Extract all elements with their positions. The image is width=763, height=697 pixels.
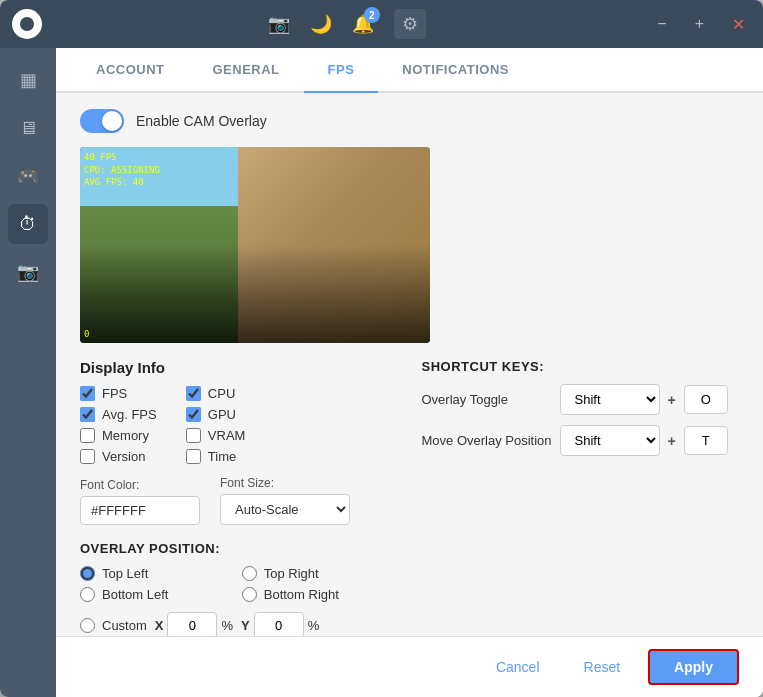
close-button[interactable]: ✕ — [726, 13, 751, 36]
sidebar-item-dashboard[interactable]: ▦ — [8, 60, 48, 100]
radio-top-left-input[interactable] — [80, 566, 95, 581]
enable-cam-overlay-toggle[interactable] — [80, 109, 124, 133]
app-window: 📷 🌙 🔔 2 ⚙ − + ✕ ▦ 🖥 🎮 ⏱ 📷 ACCOUNT — [0, 0, 763, 697]
app-logo — [12, 9, 42, 39]
checkbox-time-input[interactable] — [186, 449, 201, 464]
radio-top-right-input[interactable] — [242, 566, 257, 581]
checkbox-fps-label: FPS — [102, 386, 127, 401]
radio-custom-input[interactable] — [80, 618, 95, 633]
fps-panel: Enable CAM Overlay 40 FPSCPU: ASSIGNINGA… — [56, 93, 763, 636]
font-color-group: Font Color: — [80, 478, 200, 525]
game-preview-bottom-info: 0 — [84, 329, 89, 339]
y-coord-input[interactable] — [254, 612, 304, 636]
radio-bottom-right-input[interactable] — [242, 587, 257, 602]
move-overlay-modifier-select[interactable]: Shift Ctrl Alt — [560, 425, 660, 456]
checkbox-version-label: Version — [102, 449, 145, 464]
tab-general[interactable]: GENERAL — [189, 48, 304, 93]
x-coord-group: X % — [155, 612, 233, 636]
checkboxes-grid: FPS CPU Avg. FPS — [80, 386, 398, 464]
checkbox-cpu[interactable]: CPU — [186, 386, 292, 401]
checkbox-gpu-input[interactable] — [186, 407, 201, 422]
checkbox-version[interactable]: Version — [80, 449, 186, 464]
left-column: Display Info FPS CPU — [80, 359, 398, 636]
maximize-button[interactable]: + — [689, 13, 710, 35]
overlay-toggle-modifier-select[interactable]: Shift Ctrl Alt — [560, 384, 660, 415]
sidebar-item-display[interactable]: 🖥 — [8, 108, 48, 148]
checkbox-gpu-label: GPU — [208, 407, 236, 422]
tab-notifications[interactable]: NOTIFICATIONS — [378, 48, 533, 93]
reset-button[interactable]: Reset — [568, 651, 637, 683]
checkbox-fps-input[interactable] — [80, 386, 95, 401]
overlay-position-section: OVERLAY POSITION: Top Left Top Right — [80, 541, 398, 636]
minimize-button[interactable]: − — [651, 13, 672, 35]
y-coord-group: Y % — [241, 612, 319, 636]
main-content: ACCOUNT GENERAL FPS NOTIFICATIONS Enable… — [56, 48, 763, 697]
radio-bottom-left-input[interactable] — [80, 587, 95, 602]
overlay-toggle-row: Overlay Toggle Shift Ctrl Alt + — [422, 384, 740, 415]
overlay-toggle-plus: + — [668, 392, 676, 408]
radio-custom-label: Custom — [102, 618, 147, 633]
toggle-knob — [102, 111, 122, 131]
checkbox-time-label: Time — [208, 449, 236, 464]
radio-bottom-right[interactable]: Bottom Right — [242, 587, 398, 602]
move-overlay-key-input[interactable] — [684, 426, 728, 455]
titlebar-right: − + ✕ — [651, 13, 751, 36]
checkbox-version-input[interactable] — [80, 449, 95, 464]
apply-button[interactable]: Apply — [648, 649, 739, 685]
sidebar-item-gauge[interactable]: ⏱ — [8, 204, 48, 244]
checkbox-memory[interactable]: Memory — [80, 428, 186, 443]
tab-fps[interactable]: FPS — [304, 48, 379, 93]
y-coord-label: Y — [241, 618, 250, 633]
radio-top-left[interactable]: Top Left — [80, 566, 236, 581]
overlay-position-title: OVERLAY POSITION: — [80, 541, 398, 556]
checkbox-avg-fps-input[interactable] — [80, 407, 95, 422]
game-shadow — [80, 245, 430, 343]
notification-badge: 2 — [364, 7, 380, 23]
checkbox-fps[interactable]: FPS — [80, 386, 186, 401]
app-logo-inner — [20, 17, 34, 31]
right-column: SHORTCUT KEYS: Overlay Toggle Shift Ctrl… — [422, 359, 740, 636]
camera-icon[interactable]: 📷 — [268, 13, 290, 35]
checkbox-avg-fps-label: Avg. FPS — [102, 407, 157, 422]
sidebar-item-camera[interactable]: 📷 — [8, 252, 48, 292]
checkbox-gpu[interactable]: GPU — [186, 407, 292, 422]
checkbox-vram-label: VRAM — [208, 428, 246, 443]
bottom-actions: Cancel Reset Apply — [56, 636, 763, 697]
font-controls: Font Color: Font Size: Auto-Scale Small … — [80, 476, 398, 525]
sidebar: ▦ 🖥 🎮 ⏱ 📷 — [0, 48, 56, 697]
checkbox-vram[interactable]: VRAM — [186, 428, 292, 443]
tab-account[interactable]: ACCOUNT — [72, 48, 189, 93]
moon-icon[interactable]: 🌙 — [310, 13, 332, 35]
display-info-title: Display Info — [80, 359, 398, 376]
shortcut-keys-section: SHORTCUT KEYS: Overlay Toggle Shift Ctrl… — [422, 359, 740, 456]
x-coord-input[interactable] — [167, 612, 217, 636]
font-size-label: Font Size: — [220, 476, 350, 490]
y-coord-unit: % — [308, 618, 320, 633]
radio-custom[interactable]: Custom — [80, 618, 147, 633]
tabs-bar: ACCOUNT GENERAL FPS NOTIFICATIONS — [56, 48, 763, 93]
cancel-button[interactable]: Cancel — [480, 651, 556, 683]
sidebar-item-gamepad[interactable]: 🎮 — [8, 156, 48, 196]
titlebar-center: 📷 🌙 🔔 2 ⚙ — [268, 9, 426, 39]
enable-cam-overlay-label: Enable CAM Overlay — [136, 113, 267, 129]
font-color-input[interactable] — [80, 496, 200, 525]
radio-bottom-left[interactable]: Bottom Left — [80, 587, 236, 602]
game-fps-overlay: 40 FPSCPU: ASSIGNINGAVG FPS: 40 — [84, 151, 160, 189]
bell-icon[interactable]: 🔔 2 — [352, 13, 374, 35]
checkbox-avg-fps[interactable]: Avg. FPS — [80, 407, 186, 422]
settings-icon[interactable]: ⚙ — [394, 9, 426, 39]
checkbox-time[interactable]: Time — [186, 449, 292, 464]
overlay-toggle-key-input[interactable] — [684, 385, 728, 414]
x-coord-label: X — [155, 618, 164, 633]
checkbox-vram-input[interactable] — [186, 428, 201, 443]
settings-columns: Display Info FPS CPU — [80, 359, 739, 636]
position-grid: Top Left Top Right Bottom Left — [80, 566, 398, 602]
x-coord-unit: % — [221, 618, 233, 633]
checkbox-cpu-input[interactable] — [186, 386, 201, 401]
font-size-group: Font Size: Auto-Scale Small Medium Large — [220, 476, 350, 525]
checkbox-memory-input[interactable] — [80, 428, 95, 443]
font-size-select[interactable]: Auto-Scale Small Medium Large — [220, 494, 350, 525]
radio-top-right[interactable]: Top Right — [242, 566, 398, 581]
checkbox-memory-label: Memory — [102, 428, 149, 443]
font-color-label: Font Color: — [80, 478, 200, 492]
